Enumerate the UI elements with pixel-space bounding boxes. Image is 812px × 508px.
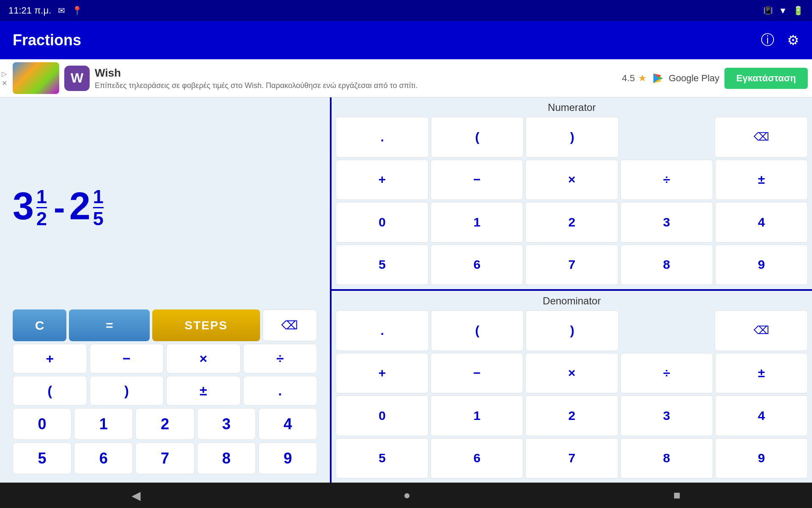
- numerator-section: Numerator . ( ) ⌫ + − × ÷ ±: [332, 97, 812, 289]
- digit-1-button[interactable]: 1: [74, 408, 133, 440]
- den-row2: + − × ÷ ±: [336, 353, 808, 394]
- term2: 2 1 5: [69, 187, 106, 228]
- term1-whole: 3: [13, 187, 34, 225]
- den-add-btn[interactable]: +: [336, 353, 428, 394]
- backspace-button[interactable]: ⌫: [263, 309, 317, 341]
- den-8-btn[interactable]: 8: [620, 438, 713, 479]
- den-open-paren-btn[interactable]: (: [431, 310, 524, 351]
- close-paren-button[interactable]: ): [90, 376, 164, 406]
- num-open-paren-btn[interactable]: (: [431, 117, 524, 157]
- den-row3: 0 1 2 3 4: [336, 395, 808, 436]
- num-close-paren-btn[interactable]: ): [526, 117, 619, 157]
- den-2-btn[interactable]: 2: [525, 395, 618, 436]
- den-6-btn[interactable]: 6: [431, 438, 523, 479]
- num-3-btn[interactable]: 3: [620, 202, 713, 243]
- den-pm-btn[interactable]: ±: [715, 353, 808, 394]
- digits-row1: 0 1 2 3 4: [13, 408, 317, 440]
- num-0-btn[interactable]: 0: [336, 202, 428, 243]
- term2-denominator: 5: [93, 208, 104, 228]
- den-9-btn[interactable]: 9: [715, 438, 808, 479]
- vibrate-icon: 📳: [763, 6, 773, 15]
- open-paren-button[interactable]: (: [13, 376, 87, 406]
- ad-rating-value: 4.5: [622, 73, 635, 84]
- battery-icon: 🔋: [793, 6, 804, 16]
- num-sub-btn[interactable]: −: [431, 160, 523, 200]
- digit-3-button[interactable]: 3: [197, 408, 256, 440]
- num-add-btn[interactable]: +: [336, 160, 428, 200]
- den-row1: . ( ) ⌫: [336, 310, 808, 351]
- num-backspace-btn[interactable]: ⌫: [715, 117, 808, 157]
- subtract-button[interactable]: −: [90, 344, 164, 373]
- ad-app-name: Wish: [95, 66, 617, 80]
- den-1-btn[interactable]: 1: [431, 395, 523, 436]
- den-0-btn[interactable]: 0: [336, 395, 428, 436]
- digit-2-button[interactable]: 2: [135, 408, 194, 440]
- den-5-btn[interactable]: 5: [336, 438, 428, 479]
- num-6-btn[interactable]: 6: [431, 245, 523, 285]
- back-nav-button[interactable]: ◀: [132, 489, 141, 502]
- clear-button[interactable]: C: [13, 309, 66, 341]
- den-7-btn[interactable]: 7: [525, 438, 618, 479]
- wifi-icon: ▼: [779, 6, 787, 16]
- term1-denominator: 2: [36, 208, 47, 228]
- status-right: 📳 ▼ 🔋: [763, 6, 804, 16]
- num-pm-btn[interactable]: ±: [715, 160, 808, 200]
- digit-7-button[interactable]: 7: [135, 442, 194, 474]
- denominator-section: Denominator . ( ) ⌫ + − × ÷ ±: [332, 291, 812, 483]
- term1-numerator: 1: [36, 187, 47, 208]
- num-mul-btn[interactable]: ×: [525, 160, 618, 200]
- num-7-btn[interactable]: 7: [525, 245, 618, 285]
- num-empty-space: [621, 117, 713, 157]
- num-1-btn[interactable]: 1: [431, 202, 523, 243]
- num-8-btn[interactable]: 8: [620, 245, 713, 285]
- ad-close-button[interactable]: ▷ ✕: [2, 69, 7, 87]
- den-decimal-btn[interactable]: .: [336, 310, 429, 351]
- digit-0-button[interactable]: 0: [13, 408, 71, 440]
- den-mul-btn[interactable]: ×: [525, 353, 618, 394]
- digit-4-button[interactable]: 4: [258, 408, 317, 440]
- num-9-btn[interactable]: 9: [715, 245, 808, 285]
- num-decimal-btn[interactable]: .: [336, 117, 429, 157]
- den-close-paren-btn[interactable]: ): [526, 310, 619, 351]
- google-play-icon: [652, 72, 665, 85]
- digit-6-button[interactable]: 6: [74, 442, 133, 474]
- term1: 3 1 2: [13, 187, 49, 228]
- home-nav-button[interactable]: ●: [403, 489, 411, 502]
- app-bar-actions: ⓘ ⚙: [761, 31, 799, 50]
- divide-button[interactable]: ÷: [243, 344, 318, 373]
- digit-5-button[interactable]: 5: [13, 442, 71, 474]
- right-panel: Numerator . ( ) ⌫ + − × ÷ ±: [332, 97, 812, 483]
- add-button[interactable]: +: [13, 344, 87, 373]
- ad-install-button[interactable]: Εγκατάσταση: [724, 68, 808, 89]
- den-sub-btn[interactable]: −: [431, 353, 523, 394]
- ad-rating: 4.5 ★: [622, 73, 647, 84]
- misc-row: ( ) ± .: [13, 376, 317, 406]
- recent-nav-button[interactable]: ■: [673, 489, 680, 502]
- num-row3: 0 1 2 3 4: [336, 202, 808, 243]
- den-3-btn[interactable]: 3: [620, 395, 713, 436]
- plus-minus-button[interactable]: ±: [166, 376, 241, 406]
- info-button[interactable]: ⓘ: [761, 31, 774, 50]
- app-bar: Fractions ⓘ ⚙: [0, 21, 812, 59]
- digit-8-button[interactable]: 8: [197, 442, 256, 474]
- nav-bar: ◀ ● ■: [0, 483, 812, 508]
- steps-button[interactable]: STEPS: [152, 309, 260, 341]
- num-5-btn[interactable]: 5: [336, 245, 428, 285]
- num-row4: 5 6 7 8 9: [336, 245, 808, 285]
- term2-whole: 2: [69, 187, 91, 225]
- settings-button[interactable]: ⚙: [787, 32, 799, 48]
- left-panel: 3 1 2 - 2 1 5 C = STEPS: [0, 97, 330, 483]
- equals-button[interactable]: =: [69, 309, 150, 341]
- mail-icon: ✉: [58, 6, 65, 16]
- multiply-button[interactable]: ×: [166, 344, 241, 373]
- num-2-btn[interactable]: 2: [525, 202, 618, 243]
- den-backspace-btn[interactable]: ⌫: [715, 310, 808, 351]
- digit-9-button[interactable]: 9: [258, 442, 317, 474]
- num-4-btn[interactable]: 4: [715, 202, 808, 243]
- num-div-btn[interactable]: ÷: [620, 160, 713, 200]
- term2-fraction: 1 5: [93, 187, 104, 228]
- ops-row: + − × ÷: [13, 344, 317, 373]
- den-div-btn[interactable]: ÷: [620, 353, 713, 394]
- decimal-button[interactable]: .: [243, 376, 318, 406]
- den-4-btn[interactable]: 4: [715, 395, 808, 436]
